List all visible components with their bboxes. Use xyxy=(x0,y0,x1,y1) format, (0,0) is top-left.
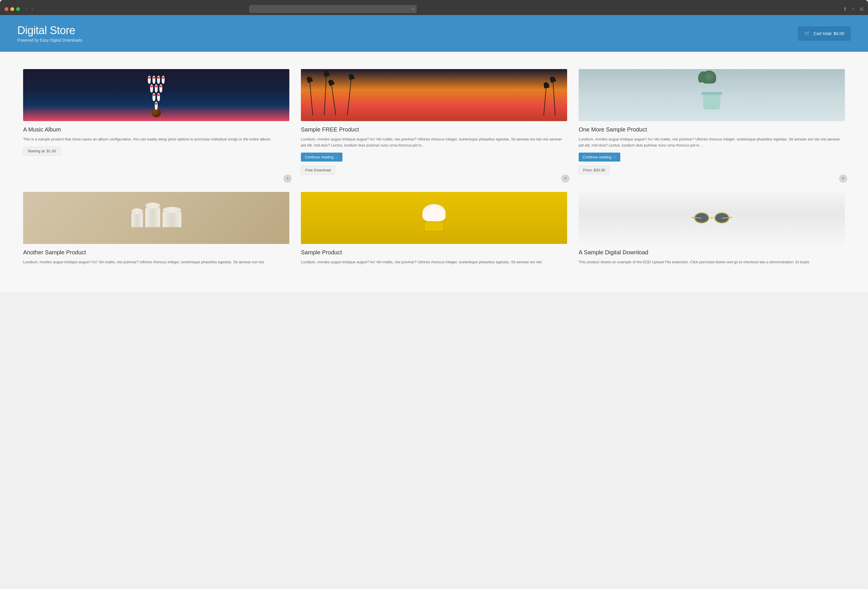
free-download-button[interactable]: Free Download xyxy=(301,166,335,175)
minimize-button[interactable] xyxy=(10,7,14,11)
back-button[interactable]: ‹ xyxy=(25,6,28,12)
product-title-digital: A Sample Digital Download xyxy=(579,249,845,256)
address-bar[interactable]: ↻ xyxy=(249,5,417,13)
bowling-pins-illustration xyxy=(148,73,165,117)
tabs-icon[interactable]: ⊞ xyxy=(860,6,864,12)
succulent xyxy=(702,71,716,83)
reed xyxy=(331,84,336,115)
product-card-one-more: One More Sample Product Lundium, montes … xyxy=(573,63,851,186)
site-subtitle: Powered by Easy Digital Downloads xyxy=(17,38,82,43)
product-image-bowling xyxy=(23,69,289,121)
main-content: A Music Album This is a sample product t… xyxy=(0,52,868,292)
reload-icon[interactable]: ↻ xyxy=(412,7,414,11)
pin xyxy=(155,84,158,92)
cart-button[interactable]: 🛒 Cart total: $0.00 xyxy=(798,26,851,41)
share-icon[interactable]: ⬆ xyxy=(843,6,847,12)
product-title-music-album: A Music Album xyxy=(23,126,289,133)
pin xyxy=(152,93,155,101)
product-title-sample: Sample Product xyxy=(301,249,567,256)
product-card-music-album: A Music Album This is a sample product t… xyxy=(17,63,295,186)
pin xyxy=(159,84,162,92)
pin xyxy=(152,76,155,84)
product-title-one-more: One More Sample Product xyxy=(579,126,845,133)
product-card-sample-free: Sample FREE Product Lundium, montes augu… xyxy=(295,63,573,186)
product-image-plant xyxy=(579,69,845,121)
product-desc-sample-free: Lundium, montes augue tristique augue? A… xyxy=(301,136,567,148)
close-button[interactable] xyxy=(4,7,8,11)
cylinder-large xyxy=(162,210,182,227)
site-branding: Digital Store Powered by Easy Digital Do… xyxy=(17,24,82,43)
traffic-lights xyxy=(4,7,20,11)
cylinder-small xyxy=(131,211,143,227)
browser-chrome: ‹ › ↻ ⬆ ＋ ⊞ xyxy=(0,0,868,15)
fullscreen-button[interactable] xyxy=(16,7,20,11)
product-title-another: Another Sample Product xyxy=(23,249,289,256)
product-desc-digital: This product shows an example of the EDD… xyxy=(579,259,845,265)
continue-reading-button-1[interactable]: Continue reading → xyxy=(301,152,342,161)
sunglasses-illustration xyxy=(692,212,732,223)
cupcake-base xyxy=(424,221,444,231)
price-label-music-album[interactable]: Starting at: $1.00 xyxy=(23,147,61,155)
pin xyxy=(148,76,151,84)
pin xyxy=(162,76,165,84)
cupcake-illustration xyxy=(422,204,446,231)
browser-action-buttons: ⬆ ＋ ⊞ xyxy=(843,6,864,12)
reed xyxy=(553,81,555,115)
product-desc-music-album: This is a sample product that show cases… xyxy=(23,136,289,142)
sunset-reeds-illustration xyxy=(301,69,567,121)
plant-illustration xyxy=(700,81,723,110)
price-label-one-more: Price: $30.00 xyxy=(579,166,610,175)
product-card-digital: A Sample Digital Download This product s… xyxy=(573,186,851,281)
reed xyxy=(324,75,326,115)
site-header: Digital Store Powered by Easy Digital Do… xyxy=(0,15,868,52)
pin xyxy=(157,93,160,101)
url-input[interactable] xyxy=(249,7,417,11)
product-desc-another: Lundium, montes augue tristique augue? A… xyxy=(23,259,289,265)
product-desc-sample: Lundium, montes augue tristique augue? A… xyxy=(301,259,567,265)
product-desc-one-more: Lundium, montes augue tristique augue? A… xyxy=(579,136,845,148)
product-card-another: Another Sample Product Lundium, montes a… xyxy=(17,186,295,281)
plant-pot xyxy=(703,94,720,110)
product-image-sunglasses xyxy=(579,192,845,244)
nav-controls: ‹ › xyxy=(25,6,34,12)
sg-bridge xyxy=(710,218,713,218)
new-tab-icon[interactable]: ＋ xyxy=(851,6,856,12)
product-image-sunset xyxy=(301,69,567,121)
page-wrapper: Digital Store Powered by Easy Digital Do… xyxy=(0,15,868,589)
pin xyxy=(155,102,158,110)
forward-button[interactable]: › xyxy=(31,6,34,12)
product-title-sample-free: Sample FREE Product xyxy=(301,126,567,133)
reed xyxy=(543,86,547,115)
cart-icon: 🛒 xyxy=(804,30,810,37)
cart-total: Cart total: $0.00 xyxy=(813,31,844,36)
add-product-button-one-more[interactable]: + xyxy=(839,175,847,183)
product-card-sample: Sample Product Lundium, montes augue tri… xyxy=(295,186,573,281)
product-grid: A Music Album This is a sample product t… xyxy=(17,63,851,281)
continue-reading-button-2[interactable]: Continue reading → xyxy=(579,152,620,161)
reed xyxy=(310,81,313,115)
add-product-button-sample-free[interactable]: + xyxy=(561,175,570,183)
pin xyxy=(157,76,160,84)
cupcake-frosting xyxy=(422,204,446,221)
site-title: Digital Store xyxy=(17,24,82,37)
pin xyxy=(150,84,153,92)
reed xyxy=(347,78,352,115)
product-image-cylinders xyxy=(23,192,289,244)
add-product-button-music-album[interactable]: + xyxy=(283,175,292,183)
product-image-cupcake xyxy=(301,192,567,244)
cylinder-medium xyxy=(145,206,160,227)
cylinders-illustration xyxy=(131,206,182,230)
